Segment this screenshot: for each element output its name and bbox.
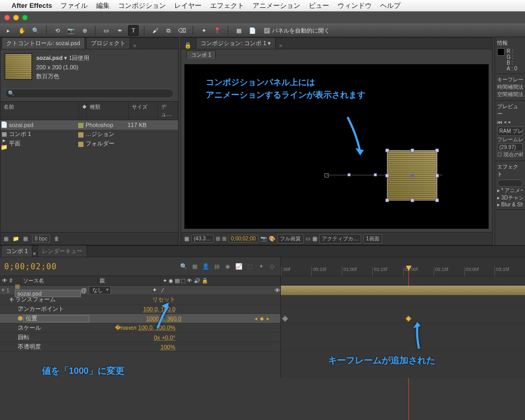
alpha-icon[interactable]: ▦ xyxy=(184,236,189,242)
current-time-button[interactable]: 0;00;02;00 xyxy=(228,235,258,243)
view-layout-dropdown[interactable]: 1画面 xyxy=(363,234,382,244)
close-comp-tab-icon[interactable]: × xyxy=(277,43,284,49)
parent-dropdown[interactable]: なし xyxy=(89,286,111,295)
layer-duration-bar[interactable] xyxy=(281,286,525,295)
preview-controls[interactable]: ⏮ ◀ ▶ xyxy=(497,119,523,125)
zoom-window-icon[interactable] xyxy=(22,15,28,20)
close-tab-icon[interactable]: × xyxy=(131,43,139,49)
lock-icon[interactable]: 🔒 xyxy=(181,42,195,49)
selection-tool-icon[interactable]: ▸ xyxy=(3,25,14,36)
col-parent[interactable]: 親 xyxy=(98,277,161,285)
menu-animation[interactable]: アニメーション xyxy=(253,1,300,10)
effects-search-input[interactable] xyxy=(497,180,523,187)
col-type[interactable]: 種類 xyxy=(87,102,129,120)
prop-anchor[interactable]: ⬡アンカーポイント 100.0, 100.0 xyxy=(0,304,280,314)
project-row-sozai[interactable]: 📄sozai.psd Photoshop 117 KB xyxy=(1,120,178,130)
text-tool-icon[interactable]: T xyxy=(128,25,139,36)
grid-icon[interactable]: ⊞ xyxy=(222,236,226,242)
prop-position[interactable]: ⬢ ▹ 位置 1000.0, 360.0 ◂ ◆ ▸ xyxy=(0,314,280,323)
opacity-value[interactable]: 100% xyxy=(161,344,175,350)
effect-controls-tab[interactable]: クトコントロール: sozai.psd xyxy=(2,37,85,49)
zoom-dropdown[interactable]: (43.3… xyxy=(191,235,214,243)
menu-window[interactable]: ウィンドウ xyxy=(338,1,372,10)
av-col-icon[interactable]: 👁 xyxy=(0,278,7,284)
pan-behind-tool-icon[interactable]: ⊕ xyxy=(79,25,90,36)
new-folder-icon[interactable]: 📁 xyxy=(13,236,19,242)
col-duration[interactable]: デュ… xyxy=(158,102,178,120)
rotation-value[interactable]: 0x +0.0° xyxy=(154,334,175,341)
project-tab[interactable]: プロジェクト xyxy=(86,37,130,49)
motion-blur-icon[interactable]: ◉ xyxy=(224,262,232,271)
timeline-current-time[interactable]: 0;00;02;00 xyxy=(4,262,57,271)
comp-flow-tab[interactable]: コンポ 1 xyxy=(186,50,216,59)
current-time-checkbox[interactable]: ☐ 現在の時 xyxy=(497,151,523,159)
brush-tool-icon[interactable]: 🖌 xyxy=(150,25,160,36)
rotate-tool-icon[interactable]: ⟲ xyxy=(52,25,62,36)
auto-kf-icon[interactable]: ◇ xyxy=(268,262,276,271)
effect-cat-1[interactable]: ▸ * アニメー xyxy=(497,187,523,194)
search-help-icon[interactable]: 📄 xyxy=(247,25,258,36)
prop-rotation[interactable]: ⬡回転 0x +0.0° xyxy=(0,333,280,342)
hand-tool-icon[interactable]: ✋ xyxy=(17,25,27,36)
new-comp-icon[interactable]: ▦ xyxy=(23,236,28,242)
comp-mini-icon[interactable]: ▦ xyxy=(191,262,199,271)
menu-view[interactable]: ビュー xyxy=(309,1,329,10)
prop-scale[interactable]: ⬡スケール �панел 100.0, 100.0% xyxy=(0,323,280,333)
prop-opacity[interactable]: ⬡不透明度 100% xyxy=(0,342,280,352)
col-switches[interactable]: ✦ ◉ ▤ ⬚ 👁 🔊 🔒 xyxy=(161,278,280,284)
menu-help[interactable]: ヘルプ xyxy=(380,1,401,10)
transform-group[interactable]: ▾トランスフォーム リセット xyxy=(0,295,280,304)
bpc-button[interactable]: 8 bpc xyxy=(32,235,50,243)
project-row-comp[interactable]: ▦コンポ 1 …ジション xyxy=(1,130,178,139)
footage-thumbnail[interactable] xyxy=(5,54,32,80)
camera-dropdown[interactable]: アクティブカ… xyxy=(319,234,361,244)
resolution-dropdown[interactable]: フル画質 xyxy=(277,234,303,244)
col-size[interactable]: サイズ xyxy=(129,102,158,120)
project-row-solids[interactable]: ▸📁平面 フォルダー xyxy=(1,139,178,149)
roi-icon[interactable]: ▭ xyxy=(306,236,310,242)
menu-effect[interactable]: エフェクト xyxy=(210,1,244,10)
project-search-input[interactable] xyxy=(5,89,174,98)
shy-icon[interactable]: 👤 xyxy=(202,262,210,271)
keyframe-navigator[interactable]: ◂ ◆ ▸ xyxy=(255,316,270,321)
clone-tool-icon[interactable]: ⧉ xyxy=(163,25,174,36)
brainstorm-icon[interactable]: ✦ xyxy=(257,262,265,271)
rect-tool-icon[interactable]: ▭ xyxy=(101,25,111,36)
puppet-tool-icon[interactable]: 📍 xyxy=(212,25,223,36)
layer-row-1[interactable]: ▾ 1 ▦ sozai.psd @なし ✦∕👁 xyxy=(0,286,280,295)
frame-blend-icon[interactable]: ▤ xyxy=(213,262,221,271)
transparency-icon[interactable]: ▦ xyxy=(312,236,317,242)
framerate-dropdown[interactable]: (29.97) xyxy=(497,143,523,151)
effect-cat-3[interactable]: ▸ Blur & Sh xyxy=(497,202,523,207)
minimize-window-icon[interactable] xyxy=(13,15,19,20)
time-ruler[interactable]: :00f00:15f 01:00f01:15f 02:00f02:15f 03:… xyxy=(281,257,525,276)
graph-editor-icon[interactable]: 📈 xyxy=(235,262,243,271)
menu-layer[interactable]: レイヤー xyxy=(174,1,202,10)
comp-viewer[interactable]: コンポジションパネル上には アニメーションするラインが表示されます xyxy=(184,64,489,229)
effect-cat-2[interactable]: ▸ 3Dチャン xyxy=(497,194,523,202)
pickwhip-icon[interactable]: @ xyxy=(81,287,87,293)
interpret-icon[interactable]: ▦ xyxy=(4,236,8,242)
menu-composition[interactable]: コンポジション xyxy=(118,1,166,10)
timeline-tab-comp[interactable]: コンポ 1 xyxy=(1,245,33,257)
close-window-icon[interactable] xyxy=(4,15,10,20)
roto-tool-icon[interactable]: ✦ xyxy=(198,25,209,36)
layer-bounding-box[interactable] xyxy=(387,150,437,201)
camera-tool-icon[interactable]: 📷 xyxy=(66,25,76,36)
comp-viewer-tab[interactable]: コンポジション: コンポ 1 ▾ xyxy=(196,37,276,49)
workspace-icon[interactable]: ▦ xyxy=(234,25,244,36)
eraser-tool-icon[interactable]: ⌫ xyxy=(177,25,187,36)
pen-tool-icon[interactable]: ✒ xyxy=(114,25,125,36)
channel-icon[interactable]: 🎨 xyxy=(269,236,275,242)
app-name[interactable]: After Effects xyxy=(12,2,52,9)
res-icon[interactable]: ⊞ xyxy=(216,236,220,242)
col-name[interactable]: 名前 xyxy=(1,102,79,120)
col-label-icon[interactable]: ◆ xyxy=(79,102,87,120)
menu-edit[interactable]: 編集 xyxy=(96,1,110,10)
ram-preview-button[interactable]: RAM プレ xyxy=(497,127,523,136)
render-queue-tab[interactable]: レンダーキュー xyxy=(37,245,87,257)
position-stopwatch-icon[interactable]: ▹ xyxy=(18,315,21,322)
snapshot-icon[interactable]: 📷 xyxy=(260,236,267,242)
close-timeline-tab-icon[interactable]: × xyxy=(33,250,36,257)
search-layers-icon[interactable]: 🔍 xyxy=(180,262,188,271)
